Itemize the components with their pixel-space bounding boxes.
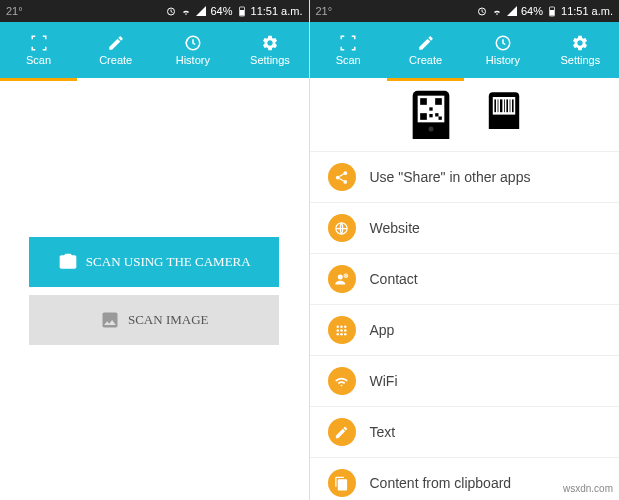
pencil-icon xyxy=(107,34,125,52)
alarm-icon xyxy=(476,5,488,17)
svg-rect-10 xyxy=(420,98,427,105)
scan-camera-button[interactable]: SCAN USING THE CAMERA xyxy=(29,237,279,287)
clipboard-icon xyxy=(328,469,356,497)
svg-rect-20 xyxy=(495,99,497,112)
tab-history[interactable]: History xyxy=(464,22,541,78)
image-icon xyxy=(100,310,120,330)
svg-rect-21 xyxy=(498,99,499,112)
wifi-icon xyxy=(491,5,503,17)
svg-point-34 xyxy=(340,325,343,328)
create-option-wifi-label: WiFi xyxy=(370,373,398,389)
status-temp: 21° xyxy=(316,5,333,17)
tabs: Scan Create History Settings xyxy=(310,22,620,78)
svg-point-29 xyxy=(343,180,347,184)
status-bar: 21° 64% 11:51 a.m. xyxy=(310,0,620,22)
svg-rect-6 xyxy=(550,10,554,16)
svg-rect-26 xyxy=(512,99,514,112)
tabs: Scan Create History Settings xyxy=(0,22,309,78)
svg-point-41 xyxy=(344,333,347,336)
svg-rect-25 xyxy=(510,99,511,112)
tab-history-label: History xyxy=(486,54,520,66)
wifi-icon xyxy=(328,367,356,395)
tab-create[interactable]: Create xyxy=(387,22,464,78)
status-time: 11:51 a.m. xyxy=(561,5,613,17)
signal-icon xyxy=(506,5,518,17)
tab-history-label: History xyxy=(176,54,210,66)
wifi-icon xyxy=(180,5,192,17)
phone-barcode-icon xyxy=(479,89,529,129)
scan-image-button[interactable]: SCAN IMAGE xyxy=(29,295,279,345)
qr-preview xyxy=(310,81,620,152)
create-option-text[interactable]: Text xyxy=(310,407,620,458)
tab-create-label: Create xyxy=(99,54,132,66)
create-option-website[interactable]: Website xyxy=(310,203,620,254)
svg-point-27 xyxy=(343,171,347,175)
svg-rect-15 xyxy=(439,117,442,120)
gear-icon xyxy=(261,34,279,52)
svg-point-28 xyxy=(336,175,340,179)
tab-create[interactable]: Create xyxy=(77,22,154,78)
svg-rect-12 xyxy=(420,113,427,120)
history-icon xyxy=(494,34,512,52)
tab-settings-label: Settings xyxy=(560,54,600,66)
create-content: Use "Share" in other apps Website Contac… xyxy=(310,81,620,500)
create-option-share[interactable]: Use "Share" in other apps xyxy=(310,152,620,203)
svg-point-17 xyxy=(429,127,434,132)
tab-settings[interactable]: Settings xyxy=(231,22,308,78)
status-time: 11:51 a.m. xyxy=(251,5,303,17)
svg-point-35 xyxy=(344,325,347,328)
svg-rect-14 xyxy=(435,113,438,116)
status-battery: 64% xyxy=(521,5,543,17)
status-battery: 64% xyxy=(210,5,232,17)
tab-scan-label: Scan xyxy=(26,54,51,66)
pencil-icon xyxy=(417,34,435,52)
status-right: 64% 11:51 a.m. xyxy=(476,5,613,17)
battery-icon xyxy=(236,5,248,17)
svg-rect-23 xyxy=(504,99,505,112)
battery-icon xyxy=(546,5,558,17)
scan-icon xyxy=(30,34,48,52)
svg-point-38 xyxy=(344,329,347,332)
create-option-app-label: App xyxy=(370,322,395,338)
tab-scan[interactable]: Scan xyxy=(0,22,77,78)
create-option-share-label: Use "Share" in other apps xyxy=(370,169,531,185)
pencil-icon xyxy=(328,418,356,446)
tab-settings-label: Settings xyxy=(250,54,290,66)
history-icon xyxy=(184,34,202,52)
share-icon xyxy=(328,163,356,191)
tab-settings[interactable]: Settings xyxy=(542,22,619,78)
svg-point-40 xyxy=(340,333,343,336)
svg-rect-2 xyxy=(240,10,244,16)
svg-point-39 xyxy=(337,333,340,336)
contact-icon xyxy=(328,265,356,293)
svg-rect-13 xyxy=(430,107,433,110)
tab-scan[interactable]: Scan xyxy=(310,22,387,78)
camera-icon xyxy=(58,252,78,272)
tab-scan-label: Scan xyxy=(336,54,361,66)
svg-rect-22 xyxy=(500,99,502,112)
scan-image-label: SCAN IMAGE xyxy=(128,312,209,328)
scan-camera-label: SCAN USING THE CAMERA xyxy=(86,254,251,270)
svg-point-37 xyxy=(340,329,343,332)
tab-create-label: Create xyxy=(409,54,442,66)
screen-create: 21° 64% 11:51 a.m. Scan Create History S… xyxy=(310,0,620,500)
create-option-wifi[interactable]: WiFi xyxy=(310,356,620,407)
watermark: wsxdn.com xyxy=(563,483,613,494)
status-temp: 21° xyxy=(6,5,23,17)
globe-icon xyxy=(328,214,356,242)
svg-point-33 xyxy=(337,325,340,328)
status-right: 64% 11:51 a.m. xyxy=(165,5,302,17)
alarm-icon xyxy=(165,5,177,17)
create-option-contact-label: Contact xyxy=(370,271,418,287)
svg-rect-11 xyxy=(435,98,442,105)
tab-history[interactable]: History xyxy=(154,22,231,78)
phone-qr-icon xyxy=(399,89,463,139)
create-option-website-label: Website xyxy=(370,220,420,236)
scan-icon xyxy=(339,34,357,52)
svg-rect-24 xyxy=(507,99,509,112)
apps-icon xyxy=(328,316,356,344)
create-option-contact[interactable]: Contact xyxy=(310,254,620,305)
create-option-app[interactable]: App xyxy=(310,305,620,356)
svg-point-31 xyxy=(338,274,343,279)
gear-icon xyxy=(571,34,589,52)
